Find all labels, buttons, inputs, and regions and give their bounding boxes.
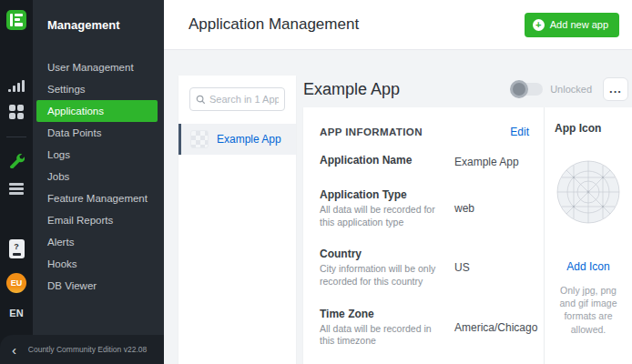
- sidebar-item[interactable]: Email Reports: [36, 209, 158, 231]
- sidebar-item[interactable]: Logs: [36, 144, 158, 166]
- main-area: Application Management + Add new app: [164, 0, 632, 364]
- field-label: Country: [320, 248, 447, 260]
- icon-rail: ? EU EN: [0, 0, 33, 364]
- app-list-item[interactable]: Example App: [178, 124, 296, 155]
- language-selector[interactable]: EN: [0, 308, 33, 318]
- field-value: Example App: [454, 156, 529, 168]
- lock-toggle[interactable]: [512, 83, 543, 96]
- countly-app-window: ? EU EN Management User Management Setti…: [0, 0, 632, 364]
- field-row: Country City information will be only re…: [320, 248, 529, 288]
- sidebar-title: Management: [33, 0, 164, 32]
- field-list: Application Name Example App Application…: [320, 154, 529, 364]
- add-new-app-button[interactable]: + Add new app: [525, 13, 619, 37]
- help-icon[interactable]: ?: [0, 239, 33, 258]
- app-information-section: APP INFORMATION Edit Application Name Ex: [303, 107, 544, 364]
- sidebar-item[interactable]: Jobs: [36, 166, 158, 187]
- dashboard-grid-icon[interactable]: [0, 105, 33, 119]
- sidebar-menu: User Management Settings Applications Da…: [33, 56, 164, 297]
- field-value: US: [454, 261, 529, 274]
- app-list-item-label: Example App: [217, 133, 281, 146]
- app-list: Example App: [178, 124, 296, 155]
- field-label: Application Type: [320, 188, 447, 201]
- lock-toggle-label: Unlocked: [550, 84, 592, 95]
- sidebar-item[interactable]: User Management: [36, 56, 158, 78]
- field-row: Time Zone All data will be recorded in t…: [320, 308, 529, 348]
- app-detail-header: Example App Unlocked ...: [303, 74, 632, 105]
- field-value: web: [454, 202, 529, 215]
- add-new-app-label: Add new app: [550, 19, 608, 30]
- app-information-card: APP INFORMATION Edit Application Name Ex: [303, 107, 632, 364]
- plus-icon: +: [533, 19, 545, 31]
- search-icon: [196, 95, 206, 105]
- sidebar-item[interactable]: DB Viewer: [36, 275, 158, 297]
- sidebar-item[interactable]: Applications: [36, 100, 158, 122]
- user-avatar[interactable]: EU: [6, 273, 26, 293]
- app-placeholder-thumb-icon: [190, 130, 209, 148]
- management-wrench-icon[interactable]: [0, 152, 33, 168]
- lock-toggle-knob-icon: [510, 80, 528, 98]
- app-list-panel: Example App: [178, 76, 296, 364]
- report-manager-icon[interactable]: [0, 183, 33, 195]
- page-header: Application Management + Add new app: [164, 0, 632, 50]
- field-description: City information will be only recorded f…: [320, 263, 447, 288]
- field-row: Application Name Example App: [320, 154, 529, 169]
- content-area: Example App Example App Unlocked ... APP…: [164, 51, 632, 364]
- sidebar-footer: ‹ Countly Community Edition v22.08: [0, 335, 164, 364]
- section-title: APP INFORMATION: [320, 126, 510, 137]
- sidebar-item[interactable]: Alerts: [36, 231, 158, 253]
- field-value: America/Chicago: [454, 321, 537, 334]
- analytics-bar-chart-icon[interactable]: [0, 80, 33, 92]
- sidebar-item[interactable]: Data Points: [36, 122, 158, 144]
- field-label: Application Name: [320, 154, 447, 167]
- version-text: Countly Community Edition v22.08: [16, 345, 164, 354]
- sidebar-item[interactable]: Hooks: [36, 253, 158, 275]
- search-input[interactable]: [209, 94, 279, 105]
- icon-format-note: Only jpg, png and gif image formats are …: [545, 284, 632, 336]
- sidebar-item[interactable]: Settings: [36, 78, 158, 100]
- management-sidebar: Management User Management Settings Appl…: [33, 0, 164, 364]
- app-icon-placeholder: [555, 158, 622, 226]
- field-label: Time Zone: [320, 308, 447, 320]
- field-description: All data will be recorded for this appli…: [320, 204, 447, 228]
- field-description: All data will be recorded in this timezo…: [320, 323, 447, 348]
- app-detail-title: Example App: [303, 80, 512, 99]
- app-search-box: [189, 87, 285, 111]
- field-row: Application Type All data will be record…: [320, 188, 529, 228]
- edit-link[interactable]: Edit: [510, 126, 529, 138]
- countly-logo-icon[interactable]: [6, 10, 26, 30]
- app-icon-panel: App Icon: [544, 107, 632, 364]
- help-glyph: ?: [14, 243, 19, 251]
- sidebar-item[interactable]: Feature Management: [36, 187, 158, 209]
- more-options-button[interactable]: ...: [603, 77, 628, 101]
- rail-divider: [6, 136, 26, 137]
- page-title: Application Management: [189, 15, 525, 34]
- add-icon-link[interactable]: Add Icon: [566, 260, 609, 273]
- app-icon-title: App Icon: [555, 122, 601, 135]
